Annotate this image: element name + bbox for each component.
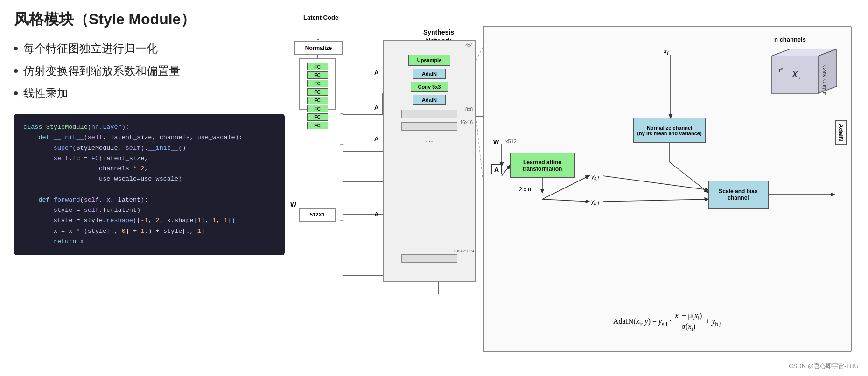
- w-bottom-box: 512X1: [299, 208, 336, 222]
- cube-svg: r² X i Conv Output: [743, 47, 837, 117]
- fc-box-5: FC: [307, 97, 328, 104]
- svg-text:r²: r²: [778, 66, 783, 74]
- normalize-box: Normalize: [294, 41, 343, 55]
- normalize-channel-box: Normalize channel(by its mean and varian…: [633, 118, 706, 143]
- fc-stack-top: FC FC FC FC FC FC FC FC: [306, 63, 329, 129]
- fc-box-7: FC: [307, 113, 328, 121]
- adain-detail-box: n channels r² X i Conv Output W 1x512: [483, 26, 852, 352]
- a-label-1: A: [374, 69, 378, 76]
- gray-bar-bottom: [401, 254, 457, 263]
- svg-line-55: [476, 117, 483, 182]
- bullet-item-2: 仿射变换得到缩放系数和偏置量: [14, 63, 285, 78]
- two-n-label: 2 x n: [519, 186, 531, 193]
- svg-text:Conv: Conv: [822, 65, 827, 77]
- xi-input-label: xi: [664, 48, 668, 56]
- fc-box-1: FC: [307, 63, 328, 70]
- fc-box-2: FC: [307, 71, 328, 79]
- svg-line-49: [603, 199, 708, 202]
- bullet-dot-3: [14, 91, 18, 95]
- bullet-item-3: 线性乘加: [14, 86, 285, 101]
- arrow-2: →: [339, 110, 345, 117]
- arrow-3: →: [339, 141, 345, 147]
- res-1024x1024: 1024x1024: [453, 249, 474, 253]
- diagram-area: Latent Code ↓ Normalize 512X1 FC FC FC F…: [271, 5, 859, 373]
- bullet-list: 每个特征图独立进行归一化 仿射变换得到缩放系数和偏置量 线性乘加: [14, 41, 285, 101]
- w-input-label: W: [493, 139, 499, 146]
- cube-area: n channels r² X i Conv Output: [743, 36, 837, 118]
- ys-label: ys,i: [591, 174, 599, 181]
- upsample-box: Upsample: [408, 55, 450, 66]
- w-label-mid: W: [290, 201, 296, 208]
- bullet-item-1: 每个特征图独立进行归一化: [14, 41, 285, 56]
- synthesis-network-box: 4x4 Upsample AdaIN Conv 3x3 AdaIN 8x8 16…: [383, 40, 476, 282]
- adain-formula: AdaIN(xi, y) = ys,i · xi − μ(xi)σ(xi) + …: [493, 312, 841, 333]
- gray-bar-1: [401, 110, 457, 118]
- svg-text:Output: Output: [822, 79, 827, 95]
- scale-bias-box: Scale and biaschannel: [708, 181, 769, 209]
- res-16x16: 16x16: [460, 120, 473, 125]
- gray-bar-2: [401, 122, 457, 131]
- svg-line-44: [502, 166, 510, 176]
- arrow-4: →: [339, 217, 345, 223]
- arrow-1: →: [339, 76, 345, 82]
- fc-box-4: FC: [307, 88, 328, 96]
- svg-line-52: [669, 162, 708, 192]
- res-4x4: 4x4: [465, 43, 473, 48]
- svg-line-54: [476, 47, 483, 61]
- svg-text:X: X: [792, 70, 798, 78]
- adain-box-2: AdaIN: [413, 95, 446, 105]
- bullet-dot-1: [14, 47, 18, 50]
- a-label-4: A: [374, 211, 378, 218]
- footer: CSDN @吾心即宇宙-THU: [789, 362, 859, 370]
- svg-line-48: [603, 176, 708, 190]
- fc-box-6: FC: [307, 105, 328, 112]
- res-8x8: 8x8: [465, 107, 473, 112]
- w-input-size: 1x512: [503, 139, 517, 144]
- svg-line-46: [542, 176, 589, 199]
- conv-box: Conv 3x3: [411, 82, 448, 92]
- fc-box-3: FC: [307, 80, 328, 87]
- left-panel: 风格模块（Style Module） 每个特征图独立进行归一化 仿射变换得到缩放…: [14, 9, 285, 255]
- a-label-2: A: [374, 104, 378, 111]
- adain-vertical-label: AdaIN: [835, 120, 847, 145]
- adain-box-1: AdaIN: [413, 69, 446, 79]
- svg-line-47: [542, 199, 589, 202]
- bullet-dot-2: [14, 69, 18, 73]
- code-block: class StyleModule(nn.Layer): def __init_…: [14, 114, 285, 255]
- page-title: 风格模块（Style Module）: [14, 9, 285, 30]
- affine-transform-box: Learned affinetransformation: [510, 153, 575, 178]
- a-label-3: A: [374, 135, 378, 142]
- formula-area: AdaIN(xi, y) = ys,i · xi − μ(xi)σ(xi) + …: [493, 312, 841, 333]
- yb-label: yb,i: [591, 198, 599, 206]
- dots: ...: [426, 134, 434, 145]
- a-box: A: [491, 164, 502, 174]
- n-channels-label: n channels: [743, 36, 837, 43]
- latent-code-label: Latent Code: [303, 14, 338, 22]
- fc-box-8: FC: [307, 122, 328, 129]
